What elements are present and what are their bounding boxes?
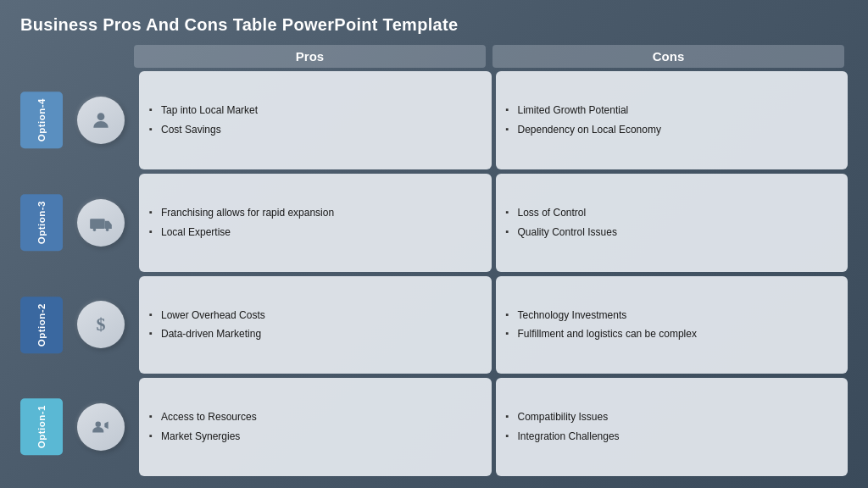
row-label-option1: Option-1 <box>20 398 63 455</box>
con-item: Limited Growth Potential <box>506 103 838 118</box>
con-item: Integration Challenges <box>506 430 838 444</box>
pro-item: Market Synergies <box>149 430 481 444</box>
header-row: Pros Cons <box>131 45 848 68</box>
pros-cell-option1: Access to ResourcesMarket Synergies <box>139 378 492 476</box>
pro-item: Tap into Local Market <box>149 103 481 118</box>
svg-point-0 <box>97 113 105 120</box>
row-label-option3: Option-3 <box>20 194 63 251</box>
cons-header: Cons <box>492 45 844 68</box>
svg-point-4 <box>96 422 102 428</box>
con-item: Dependency on Local Economy <box>506 123 838 137</box>
row-label-wrap: Option-1 <box>20 378 63 476</box>
row-label-wrap: Option-3 <box>20 174 63 272</box>
svg-point-2 <box>93 228 97 231</box>
row-label-option2: Option-2 <box>20 297 63 353</box>
row-label-wrap: Option-2 <box>20 276 63 374</box>
table-row: Option-1Access to ResourcesMarket Synerg… <box>20 378 848 476</box>
icon-cell-option1 <box>67 378 135 476</box>
icon-circle-option1 <box>77 403 125 451</box>
pros-header: Pros <box>134 45 486 68</box>
row-label-wrap: Option-4 <box>20 71 63 169</box>
cons-cell-option2: Technology InvestmentsFulfillment and lo… <box>496 276 849 374</box>
con-item: Fulfillment and logistics can be complex <box>506 327 838 341</box>
table-row: Option-3Franchising allows for rapid exp… <box>20 174 848 272</box>
con-item: Quality Control Issues <box>506 225 838 240</box>
pros-cell-option2: Lower Overhead CostsData-driven Marketin… <box>139 276 492 374</box>
pros-cell-option3: Franchising allows for rapid expansionLo… <box>139 174 492 272</box>
icon-cell-option4 <box>67 71 135 169</box>
rows-container: Option-4Tap into Local MarketCost Saving… <box>20 71 848 476</box>
cons-cell-option3: Loss of ControlQuality Control Issues <box>496 174 849 272</box>
cons-cell-option4: Limited Growth PotentialDependency on Lo… <box>496 71 849 169</box>
table-wrapper: Pros Cons Option-4Tap into Local MarketC… <box>20 45 848 476</box>
pro-item: Franchising allows for rapid expansion <box>149 206 481 220</box>
con-item: Technology Investments <box>506 308 838 323</box>
svg-point-3 <box>106 228 108 231</box>
svg-rect-1 <box>90 219 105 229</box>
icon-cell-option3 <box>67 174 135 272</box>
cons-cell-option1: Compatibility IssuesIntegration Challeng… <box>496 378 849 476</box>
pro-item: Data-driven Marketing <box>149 327 481 341</box>
con-item: Loss of Control <box>506 206 838 220</box>
icon-cell-option2: $ <box>67 276 135 374</box>
pro-item: Local Expertise <box>149 225 481 240</box>
pro-item: Lower Overhead Costs <box>149 308 481 323</box>
pro-item: Cost Savings <box>149 123 481 137</box>
pros-cell-option4: Tap into Local MarketCost Savings <box>139 71 492 169</box>
icon-circle-option4 <box>77 97 125 144</box>
table-row: Option-4Tap into Local MarketCost Saving… <box>20 71 848 169</box>
table-row: Option-2$Lower Overhead CostsData-driven… <box>20 276 848 374</box>
icon-circle-option3 <box>77 199 125 247</box>
con-item: Compatibility Issues <box>506 410 838 424</box>
page-title: Business Pros And Cons Table PowerPoint … <box>20 15 848 35</box>
icon-circle-option2: $ <box>77 301 125 348</box>
pro-item: Access to Resources <box>149 410 481 424</box>
row-label-option4: Option-4 <box>20 92 63 148</box>
